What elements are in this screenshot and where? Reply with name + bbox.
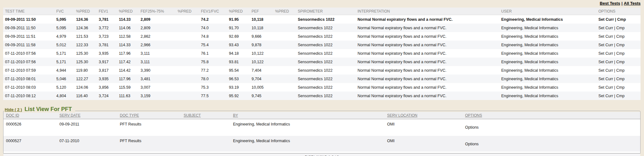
pft-results-page: { "page": { "colors": { "background": "#…: [0, 0, 644, 156]
interpretation-cell: Normal Normal expiratory flows and a nor…: [356, 92, 499, 100]
fvc-pred-cell: 116.40: [74, 92, 97, 100]
best-tests-link[interactable]: Best Tests: [600, 1, 620, 6]
fev1-pred-cell: 111.63: [117, 92, 139, 100]
fev1-pred-cell: 115.59: [117, 83, 139, 92]
spirometer-cell: Sensormedics 1022: [296, 58, 356, 66]
set-curr-cmp-links[interactable]: Set Curr | Cmp: [597, 24, 641, 32]
spirometer-cell: Sensormedics 1022: [296, 49, 356, 58]
fev1-fvc-pred-cell: 96.53: [227, 75, 250, 83]
sort-col-subject[interactable]: SUBJECT: [181, 112, 230, 119]
spirometer-cell: Sensormedics 1022: [296, 24, 356, 32]
col-fev1-fvc: FEV1/FVC: [199, 8, 227, 15]
options-link[interactable]: Options: [463, 136, 640, 152]
tests-view-switcher: Best Tests|All Tests: [600, 1, 641, 6]
fvc-pred-cell: 122.27: [74, 75, 97, 83]
fvc-pred-cell: 125.30: [74, 49, 97, 58]
col-interpretation: INTERPRETATION: [356, 8, 499, 15]
fev1-fvc-pred-cell: 93.43: [227, 41, 250, 49]
set-curr-cmp-links[interactable]: Set Curr | Cmp: [597, 32, 641, 41]
doc-id-cell: 0000526: [3, 119, 57, 136]
user-cell: Engineering, Medical Informatics: [499, 24, 597, 32]
table-row: 09-09-2011 11:505,095124.363,781114.332,…: [3, 15, 641, 24]
fev1-pred-cell: 117.42: [117, 58, 139, 66]
fef-pred-cell: [176, 92, 199, 100]
table-row: 07-11-2010 07:565,171125.303,917117.423,…: [3, 58, 641, 66]
fvc-pred-cell: 119.80: [74, 66, 97, 75]
test-time-cell: 09-09-2011 11:50: [3, 15, 54, 24]
doc-type-cell: PFT Results: [117, 136, 181, 152]
paging-footer-row: DISPLAYING 1-2 / 2: [3, 153, 640, 156]
fev1-pred-cell: 114.42: [117, 66, 139, 75]
sort-col-by[interactable]: BY: [230, 112, 385, 119]
set-curr-cmp-links[interactable]: Set Curr | Cmp: [597, 75, 641, 83]
fef-cell: 3,111: [139, 49, 176, 58]
interpretation-cell: Normal Normal expiratory flows and a nor…: [356, 66, 499, 75]
fvc-cell: 5,046: [54, 75, 74, 83]
sort-col-options[interactable]: OPTIONS: [463, 112, 640, 119]
col-fvc-pred: %PRED: [74, 8, 97, 15]
pef-cell: 10,118: [250, 15, 273, 24]
sort-col-serv-date[interactable]: SERV DATE: [57, 112, 117, 119]
fef-cell: 3,111: [139, 58, 176, 66]
interpretation-cell: Normal Normal expiratory flows and a nor…: [356, 83, 499, 92]
fev1-fvc-pred-cell: 91.70: [227, 24, 250, 32]
fev1-fvc-pred-cell: 95.92: [227, 92, 250, 100]
set-curr-cmp-links[interactable]: Set Curr | Cmp: [597, 15, 641, 24]
fev1-fvc-cell: 76.1: [199, 49, 227, 58]
fev1-pred-cell: 114.33: [117, 15, 139, 24]
fev1-pred-cell: 112.58: [117, 32, 139, 41]
fvc-cell: 5,095: [54, 24, 74, 32]
set-curr-cmp-links[interactable]: Set Curr | Cmp: [597, 66, 641, 75]
fev1-fvc-cell: 75.8: [199, 58, 227, 66]
fev1-cell: 3,817: [97, 66, 117, 75]
fev1-fvc-cell: 74.0: [199, 24, 227, 32]
sort-col-serv-location[interactable]: SERV LOCATION: [385, 112, 463, 119]
fvc-cell: 5,012: [54, 41, 74, 49]
hide-link[interactable]: Hide ( 2 ): [5, 107, 22, 112]
spirometer-cell: Sensormedics 1022: [296, 75, 356, 83]
doc-type-cell: PFT Results: [117, 119, 181, 136]
table-row: 09-09-2011 11:505,095124.363,772114.062,…: [3, 24, 641, 32]
all-tests-link[interactable]: All Tests: [624, 1, 641, 6]
pef-cell: 7,404: [250, 66, 273, 75]
user-cell: Engineering, Medical Informatics: [499, 92, 597, 100]
spirometer-cell: Sensormedics 1022: [296, 83, 356, 92]
fvc-cell: 5,171: [54, 58, 74, 66]
user-cell: Engineering, Medical Informatics: [499, 75, 597, 83]
test-time-cell: 09-09-2011 11:58: [3, 41, 54, 49]
set-curr-cmp-links[interactable]: Set Curr | Cmp: [597, 58, 641, 66]
fef-cell: 2,809: [139, 24, 176, 32]
serv-location-cell: OMI: [385, 136, 463, 152]
fev1-cell: 3,935: [97, 49, 117, 58]
pef-pred-cell: [273, 24, 296, 32]
doc-id-cell: 0000527: [3, 136, 57, 152]
fvc-pred-cell: 124.36: [74, 15, 97, 24]
set-curr-cmp-links[interactable]: Set Curr | Cmp: [597, 49, 641, 58]
user-cell: Engineering, Medical Informatics: [499, 32, 597, 41]
col-spirometer: SPIROMETER: [296, 8, 356, 15]
user-cell: Engineering, Medical Informatics: [499, 83, 597, 92]
fvc-pred-cell: 124.06: [74, 83, 97, 92]
test-time-cell: 07-11-2010 07:56: [3, 49, 54, 58]
list-header-row: DOC IDSERV DATEDOC TYPESUBJECTBYSERV LOC…: [3, 112, 640, 119]
sort-col-doc-type[interactable]: DOC TYPE: [117, 112, 181, 119]
set-curr-cmp-links[interactable]: Set Curr | Cmp: [597, 41, 641, 49]
fvc-pred-cell: 122.33: [74, 41, 97, 49]
set-curr-cmp-links[interactable]: Set Curr | Cmp: [597, 92, 641, 100]
list-item: 000052609-09-2011PFT ResultsEngineering,…: [3, 119, 640, 136]
interpretation-cell: Normal Normal expiratory flows and a nor…: [356, 58, 499, 66]
list-view-panel: Hide ( 2 ) List View For PFT DOC IDSERV …: [3, 111, 641, 154]
fef-cell: 3,007: [139, 83, 176, 92]
pft-results-table: TEST TIMEFVC%PREDFEV1%PREDFEF25%-75%%PRE…: [3, 8, 641, 100]
fvc-cell: 4,979: [54, 32, 74, 41]
sort-col-doc-id[interactable]: DOC ID: [3, 112, 57, 119]
options-link[interactable]: Options: [463, 119, 640, 136]
fvc-pred-cell: 121.53: [74, 32, 97, 41]
fvc-pred-cell: 124.36: [74, 24, 97, 32]
fef-pred-cell: [176, 58, 199, 66]
set-curr-cmp-links[interactable]: Set Curr | Cmp: [597, 83, 641, 92]
fev1-fvc-pred-cell: 92.69: [227, 32, 250, 41]
fef-cell: 2,966: [139, 41, 176, 49]
fev1-cell: 3,724: [97, 92, 117, 100]
fev1-cell: 3,856: [97, 83, 117, 92]
